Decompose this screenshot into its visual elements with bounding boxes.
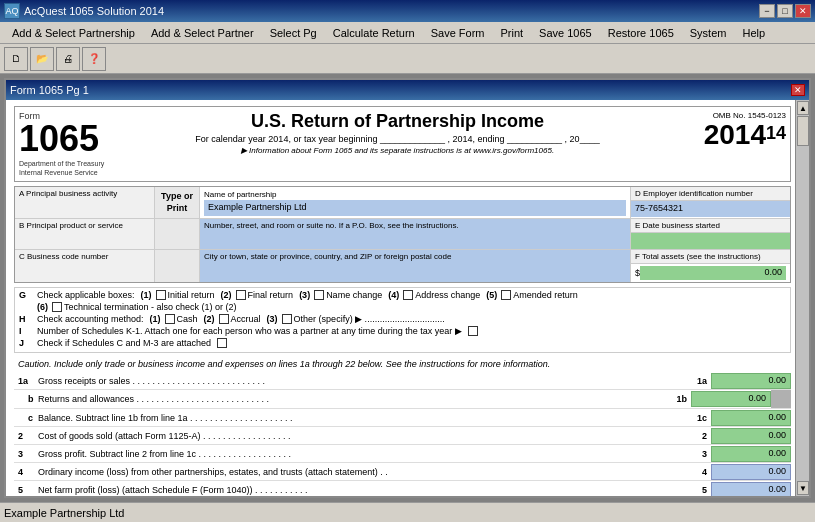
name-value[interactable]: Example Partnership Ltd: [204, 200, 626, 216]
line-4-num-outer: 4: [14, 467, 34, 477]
form-info-line: ▶ Information about Form 1065 and its se…: [149, 146, 646, 155]
line-5: 5 Net farm profit (loss) (attach Schedul…: [14, 481, 791, 496]
line-3: 3 Gross profit. Subtract line 2 from lin…: [14, 445, 791, 463]
document-window: Form 1065 Pg 1 ✕ Form 1065 Department of…: [4, 78, 811, 498]
date-started-label: E Date business started: [631, 219, 790, 233]
check-schedules-c-m3[interactable]: [217, 338, 227, 348]
check-initial-label: Initial return: [168, 290, 215, 300]
close-button[interactable]: ✕: [795, 4, 811, 18]
form-title-block: U.S. Return of Partnership Income For ca…: [139, 111, 656, 155]
new-button[interactable]: 🗋: [4, 47, 28, 71]
check-accrual[interactable]: [219, 314, 229, 324]
line-1a-text: Gross receipts or sales . . . . . . . . …: [34, 374, 686, 388]
check-schedules-k1[interactable]: [468, 326, 478, 336]
pi-name-row: A Principal business activity Type or Pr…: [15, 187, 790, 219]
line-5-text: Net farm profit (loss) (attach Schedule …: [34, 483, 686, 496]
help-button[interactable]: ❓: [82, 47, 106, 71]
status-text: Example Partnership Ltd: [4, 507, 124, 519]
line-4-value[interactable]: 0.00: [711, 464, 791, 480]
check-cash[interactable]: [165, 314, 175, 324]
minimize-button[interactable]: −: [759, 4, 775, 18]
check-i-text: Number of Schedules K-1. Attach one for …: [37, 326, 462, 336]
scrollbar-down[interactable]: ▼: [797, 481, 809, 495]
check-address-change[interactable]: [403, 290, 413, 300]
check-i-row: I Number of Schedules K-1. Attach one fo…: [19, 326, 786, 336]
scrollbar[interactable]: ▲ ▼: [795, 100, 809, 496]
check-g6: (6)Technical termination - also check (1…: [37, 302, 237, 312]
line-1c-value[interactable]: 0.00: [711, 410, 791, 426]
form-year-line: For calendar year 2014, or tax year begi…: [149, 134, 646, 144]
menu-help[interactable]: Help: [734, 25, 773, 41]
line-1a-value[interactable]: 0.00: [711, 373, 791, 389]
scrollbar-up[interactable]: ▲: [797, 101, 809, 115]
line-1b-value[interactable]: 0.00: [691, 391, 771, 407]
menu-select-pg[interactable]: Select Pg: [262, 25, 325, 41]
form-number-block: Form 1065 Department of the Treasury Int…: [19, 111, 139, 177]
partner-info-section: A Principal business activity Type or Pr…: [14, 186, 791, 283]
check-initial-return[interactable]: [156, 290, 166, 300]
total-assets-label: F Total assets (see the instructions): [631, 250, 790, 264]
ein-value[interactable]: 75-7654321: [631, 201, 790, 217]
check-final-return[interactable]: [236, 290, 246, 300]
line-3-value[interactable]: 0.00: [711, 446, 791, 462]
check-j-text: Check if Schedules C and M-3 are attache…: [37, 338, 211, 348]
type-print-label: Type or Print: [155, 187, 200, 218]
line-1c-letter: c: [14, 413, 34, 423]
app-title: AcQuest 1065 Solution 2014: [24, 5, 164, 17]
city-label: City or town, state or province, country…: [200, 250, 630, 282]
form-dept: Department of the Treasury Internal Reve…: [19, 159, 139, 177]
doc-close-button[interactable]: ✕: [791, 84, 805, 96]
menu-add-select-partner[interactable]: Add & Select Partner: [143, 25, 262, 41]
date-started-value[interactable]: [631, 233, 790, 249]
menu-restore-1065[interactable]: Restore 1065: [600, 25, 682, 41]
caution-line: Caution. Include only trade or business …: [14, 356, 791, 372]
menu-system[interactable]: System: [682, 25, 735, 41]
maximize-button[interactable]: □: [777, 4, 793, 18]
title-bar: AQ AcQuest 1065 Solution 2014 − □ ✕: [0, 0, 815, 22]
check-other[interactable]: [282, 314, 292, 324]
line-5-num-outer: 5: [14, 485, 34, 495]
menu-calculate-return[interactable]: Calculate Return: [325, 25, 423, 41]
check-amended-label: Amended return: [513, 290, 578, 300]
app-container: AQ AcQuest 1065 Solution 2014 − □ ✕ Add …: [0, 0, 815, 522]
ein-column: D Employer identification number 75-7654…: [630, 187, 790, 218]
line-2-value[interactable]: 0.00: [711, 428, 791, 444]
app-icon: AQ: [4, 3, 20, 19]
check-j-label: J: [19, 338, 31, 348]
line-5-value[interactable]: 0.00: [711, 482, 791, 496]
menu-save-form[interactable]: Save Form: [423, 25, 493, 41]
menu-add-select-partnership[interactable]: Add & Select Partnership: [4, 25, 143, 41]
check-technical-term[interactable]: [52, 302, 62, 312]
check-g-text: Check applicable boxes:: [37, 290, 135, 300]
form-header: Form 1065 Department of the Treasury Int…: [14, 106, 791, 182]
name-label: Name of partnership: [204, 189, 626, 200]
line-2: 2 Cost of goods sold (attach Form 1125-A…: [14, 427, 791, 445]
check-h-label: H: [19, 314, 31, 324]
check-h-text: Check accounting method:: [37, 314, 144, 324]
menu-save-1065[interactable]: Save 1065: [531, 25, 600, 41]
form-content: Form 1065 Department of the Treasury Int…: [6, 100, 809, 496]
address-label: Number, street, and room or suite no. If…: [200, 219, 630, 249]
check-g-row: G Check applicable boxes: (1)Initial ret…: [19, 290, 786, 300]
line-1a-num: 1a: [686, 376, 711, 386]
check-i-label: I: [19, 326, 31, 336]
line-4: 4 Ordinary income (loss) from other part…: [14, 463, 791, 481]
section-a-label: A Principal business activity: [15, 187, 155, 218]
line-3-num: 3: [686, 449, 711, 459]
check-cash-label: Cash: [177, 314, 198, 324]
line-1b-num: 1b: [666, 394, 691, 404]
total-assets-value[interactable]: 0.00: [640, 266, 786, 280]
open-button[interactable]: 📂: [30, 47, 54, 71]
menu-print[interactable]: Print: [492, 25, 531, 41]
check-final-label: Final return: [248, 290, 294, 300]
line-2-num: 2: [686, 431, 711, 441]
check-amended[interactable]: [501, 290, 511, 300]
line-1a: 1a Gross receipts or sales . . . . . . .…: [14, 372, 791, 390]
check-name-change[interactable]: [314, 290, 324, 300]
check-h3: (3)Other (specify) ▶ ...................…: [267, 314, 445, 324]
ein-label: D Employer identification number: [631, 187, 790, 201]
line-2-num-outer: 2: [14, 431, 34, 441]
print-button[interactable]: 🖨: [56, 47, 80, 71]
scrollbar-thumb[interactable]: [797, 116, 809, 146]
name-column: Name of partnership Example Partnership …: [200, 187, 630, 218]
